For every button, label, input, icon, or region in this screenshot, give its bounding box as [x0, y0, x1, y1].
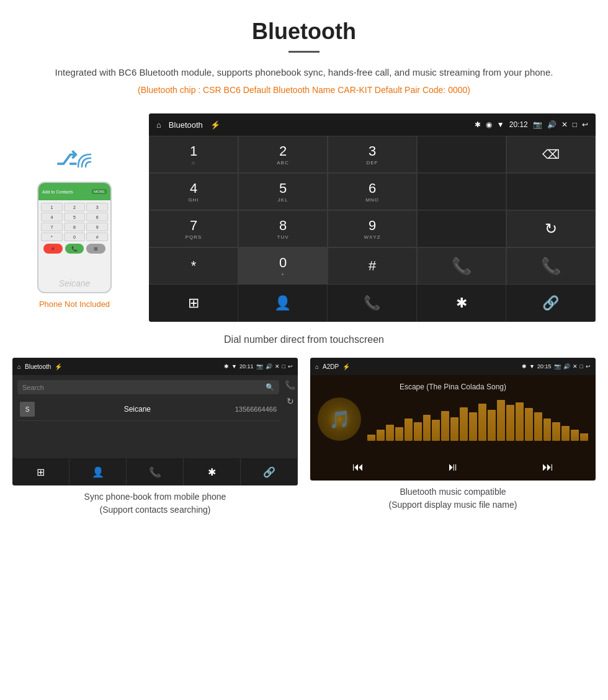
location-icon: ◉	[486, 120, 492, 129]
phone-top-bar: Add to Contacts MORE	[38, 183, 110, 200]
phonebook-status-right: ✱ ▼ 20:11 📷 🔊 ✕ □ ↩	[224, 363, 293, 370]
phone-key-7: 7	[41, 223, 63, 231]
large-car-screen: ⌂ Bluetooth ⚡ ✱ ◉ ▼ 20:12 📷 🔊 ✕ □ ↩	[149, 113, 596, 322]
nav-call[interactable]: 📞	[328, 285, 417, 322]
contact-row[interactable]: S Seicane 13566664466	[17, 398, 279, 421]
music-disc: 🎵	[318, 397, 361, 441]
nav-dialpad[interactable]: ⊞	[149, 285, 238, 322]
phonebook-nav-bt[interactable]: ✱	[184, 458, 241, 485]
phonebook-content: Search 🔍 S Seicane 13566664466 📞 ↻	[12, 375, 298, 421]
dial-key-end-call[interactable]: 📞	[506, 247, 596, 285]
usb-icon: ⚡	[210, 120, 220, 130]
phonebook-signal: ▼	[231, 363, 237, 370]
phone-key-5: 5	[64, 213, 86, 221]
phonebook-nav-person[interactable]: 👤	[69, 458, 127, 485]
home-icon[interactable]: ⌂	[156, 120, 161, 130]
dial-key-7[interactable]: 7PQRS	[149, 210, 238, 247]
viz-bar	[534, 412, 542, 441]
dial-key-hash[interactable]: #	[328, 247, 417, 285]
viz-bar	[561, 426, 570, 441]
volume-icon: 🔊	[547, 120, 557, 129]
phonebook-status-bar: ⌂ Bluetooth ⚡ ✱ ▼ 20:11 📷 🔊 ✕ □ ↩	[12, 358, 298, 375]
search-placeholder-text: Search	[22, 384, 44, 391]
signal-arcs	[73, 149, 96, 174]
dial-key-backspace[interactable]: ⌫	[506, 136, 596, 173]
phonebook-screen: ⌂ Bluetooth ⚡ ✱ ▼ 20:11 📷 🔊 ✕ □ ↩	[12, 358, 298, 485]
phonebook-side-icons: 📞 ↻	[285, 380, 295, 406]
phonebook-home-icon[interactable]: ⌂	[17, 363, 21, 370]
contact-name: Seicane	[40, 405, 235, 414]
phone-section: ⎇ Add to Contacts MORE 1 2 3	[12, 113, 136, 309]
viz-bar	[525, 408, 533, 441]
viz-bar	[423, 415, 431, 441]
nav-link[interactable]: 🔗	[506, 285, 596, 322]
page-title: Bluetooth	[25, 19, 583, 45]
dial-key-9[interactable]: 9WXYZ	[328, 210, 417, 247]
viz-bar	[497, 400, 505, 441]
phonebook-mute: ✕	[275, 363, 280, 370]
phone-mockup: Add to Contacts MORE 1 2 3 4 5 6 7 8 9	[37, 182, 112, 293]
dial-key-3[interactable]: 3DEF	[328, 136, 417, 173]
viz-bar	[432, 420, 440, 441]
back-icon[interactable]: ↩	[582, 120, 588, 129]
music-mute: ✕	[573, 363, 578, 370]
nav-contacts[interactable]: 👤	[238, 285, 328, 322]
music-status-right: ✱ ▼ 20:15 📷 🔊 ✕ □ ↩	[522, 363, 591, 370]
bluetooth-specs: (Bluetooth chip : CSR BC6 Default Blueto…	[25, 85, 583, 95]
phone-key-8: 8	[64, 223, 86, 231]
status-right: ✱ ◉ ▼ 20:12 📷 🔊 ✕ □ ↩	[475, 120, 588, 129]
music-signal: ▼	[529, 363, 535, 370]
phonebook-nav-call[interactable]: 📞	[127, 458, 184, 485]
side-call-icon[interactable]: 📞	[285, 380, 295, 390]
search-bar[interactable]: Search 🔍	[17, 380, 279, 394]
music-cam: 📷	[554, 363, 561, 370]
dial-key-call[interactable]: 📞	[417, 247, 506, 285]
dial-key-6[interactable]: 6MNO	[328, 173, 417, 210]
dial-key-0[interactable]: 0+	[238, 247, 328, 285]
music-home-icon[interactable]: ⌂	[315, 363, 319, 370]
phonebook-back[interactable]: ↩	[288, 363, 293, 370]
phonebook-caption: Sync phone-book from mobile phone (Suppo…	[12, 490, 298, 516]
phone-bottom-row: ✕ 📞 ⊞	[41, 242, 108, 255]
phone-end-key: ✕	[43, 244, 63, 254]
phone-more-btn: MORE	[92, 189, 107, 194]
dial-key-5[interactable]: 5JKL	[238, 173, 328, 210]
play-pause-button[interactable]: ⏯	[447, 461, 458, 474]
dialpad-grid: 1⌂ 2ABC 3DEF ⌫ 4GHI 5JKL 6MNO	[149, 136, 596, 285]
music-back[interactable]: ↩	[586, 363, 591, 370]
music-status-left: ⌂ A2DP ⚡	[315, 363, 350, 370]
phone-key-4: 4	[41, 213, 63, 221]
window-icon: □	[573, 120, 577, 129]
search-icon[interactable]: 🔍	[266, 383, 274, 391]
phonebook-block: ⌂ Bluetooth ⚡ ✱ ▼ 20:11 📷 🔊 ✕ □ ↩	[12, 358, 298, 516]
side-sync-icon[interactable]: ↻	[285, 396, 295, 406]
music-win: □	[580, 363, 583, 370]
phone-key-3: 3	[86, 203, 108, 211]
phonebook-nav-grid[interactable]: ⊞	[12, 458, 69, 485]
phone-app-label: Add to Contacts	[42, 190, 73, 194]
dial-key-2[interactable]: 2ABC	[238, 136, 328, 173]
music-usb: ⚡	[342, 363, 350, 370]
viz-bar	[460, 407, 468, 441]
nav-bluetooth[interactable]: ✱	[417, 285, 506, 322]
phone-key-6: 6	[86, 213, 108, 221]
dial-key-8[interactable]: 8TUV	[238, 210, 328, 247]
viz-bar	[441, 411, 449, 441]
phone-not-included-label: Phone Not Included	[12, 299, 136, 309]
music-song-title: Escape (The Pina Colada Song)	[318, 383, 588, 391]
music-time: 20:15	[537, 363, 552, 370]
dial-key-sync[interactable]: ↻	[506, 210, 596, 247]
main-content: ⎇ Add to Contacts MORE 1 2 3	[0, 113, 608, 322]
viz-bar	[516, 402, 524, 441]
next-button[interactable]: ⏭	[542, 461, 553, 474]
viz-bar	[469, 412, 477, 441]
viz-bar	[405, 419, 413, 441]
screen-app-name: Bluetooth	[169, 120, 203, 130]
dial-key-1[interactable]: 1⌂	[149, 136, 238, 173]
prev-button[interactable]: ⏮	[352, 461, 364, 474]
large-car-screen-wrapper: ⌂ Bluetooth ⚡ ✱ ◉ ▼ 20:12 📷 🔊 ✕ □ ↩	[149, 113, 596, 322]
phonebook-nav-link[interactable]: 🔗	[241, 458, 298, 485]
phone-call-key: 📞	[65, 244, 84, 254]
dial-key-star[interactable]: *	[149, 247, 238, 285]
dial-key-4[interactable]: 4GHI	[149, 173, 238, 210]
